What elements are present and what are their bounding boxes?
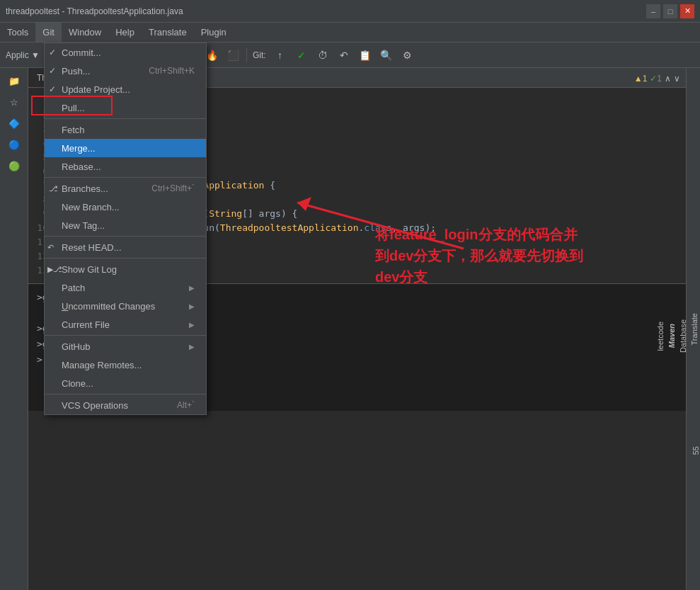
vcs-label: VCS Operations [62,400,128,411]
menu-window[interactable]: Window [62,23,108,42]
fetch-label: Fetch [62,125,85,135]
menu-item-current-file[interactable]: Current File ▶ [45,315,206,334]
menu-item-rebase[interactable]: Rebase... [45,157,206,176]
menu-item-github[interactable]: GitHub ▶ [45,337,206,356]
close-button[interactable]: ✕ [680,4,694,18]
right-sidebar-bottom: 55 [692,446,700,455]
window-controls: – □ ✕ [646,4,694,18]
push-shortcut: Ctrl+Shift+K [149,66,195,76]
run-icon: ▶ [47,265,53,274]
right-tab-maven[interactable]: Maven [666,318,677,353]
git-dropdown-menu: ✓ Commit... ✓ Push... Ctrl+Shift+K ✓ Upd… [44,42,207,415]
right-tab-55[interactable]: 55 [692,446,700,455]
minimize-button[interactable]: – [646,4,660,18]
menu-item-new-branch[interactable]: New Branch... [45,198,206,216]
title-bar: threadpooltest - ThreadpooltestApplicati… [0,0,700,23]
git-log-bar-icon: ⎇ [53,265,62,274]
sidebar-git2-icon[interactable]: 🟢 [2,156,26,176]
commit-checkmark: ✓ [49,47,56,57]
menu-translate[interactable]: Translate [142,23,194,42]
menu-item-fetch[interactable]: Fetch [45,120,206,139]
branches-label: Branches... [62,183,108,194]
uncommitted-label: Uncommitted Changes [62,301,155,312]
github-label: GitHub [62,341,90,352]
git-stash-button[interactable]: 📋 [355,45,375,65]
uncommitted-arrow: ▶ [189,302,195,310]
git-label: Git: [250,50,269,60]
current-file-arrow: ▶ [189,321,195,329]
git-push-button[interactable]: ↑ [270,45,290,65]
menu-tools[interactable]: Tools [0,23,35,42]
menu-item-commit[interactable]: ✓ Commit... [45,43,206,62]
right-tab-translate[interactable]: Translate [689,307,700,351]
merge-label: Merge... [62,143,96,154]
update-label: Update Project... [62,84,130,95]
toolbar-project-dropdown[interactable]: Applic ▼ [3,50,42,60]
clone-label: Clone... [62,378,93,389]
menu-item-git-log[interactable]: ▶ ⎇ Show Git Log [45,260,206,278]
menu-item-push[interactable]: ✓ Push... Ctrl+Shift+K [45,62,206,80]
menu-plugin[interactable]: Plugin [194,23,234,42]
menu-bar: Tools Git Window Help Translate Plugin [0,23,700,42]
window-title: threadpooltest - ThreadpooltestApplicati… [6,6,183,16]
sep-4 [45,258,206,259]
git-undo-button[interactable]: ↶ [334,45,354,65]
sep-3 [45,236,206,237]
menu-git[interactable]: Git [35,23,62,42]
github-arrow: ▶ [189,343,195,351]
push-label: Push... [62,66,90,76]
sep-1 [45,118,206,119]
sidebar-project-icon[interactable]: 📁 [2,71,26,91]
sep-2 [45,177,206,178]
commit-label: Commit... [62,47,101,58]
new-branch-label: New Branch... [62,202,120,212]
vcs-shortcut: Alt+` [177,400,195,410]
menu-item-pull[interactable]: Pull... [45,98,206,117]
right-sidebar: Translate Database Maven leetcode 55 [686,68,700,590]
git-extra-button[interactable]: ⚙ [398,45,418,65]
git-check-button[interactable]: ✓ [292,45,311,65]
menu-item-merge[interactable]: Merge... [45,139,206,157]
sidebar-structure-icon[interactable]: 🔷 [2,113,26,133]
git-history-button[interactable]: ⏱ [313,45,333,65]
branches-icon: ⎇ [49,184,58,193]
update-checkmark: ✓ [49,84,56,94]
push-checkmark: ✓ [49,66,56,76]
patch-label: Patch [62,283,85,293]
git-log-label: Show Git Log [62,264,117,275]
menu-item-branches[interactable]: ⎇ Branches... Ctrl+Shift+` [45,179,206,198]
menu-item-clone[interactable]: Clone... [45,374,206,392]
sep-6 [45,394,206,395]
right-tab-leetcode[interactable]: leetcode [655,316,666,357]
menu-help[interactable]: Help [108,23,142,42]
maximize-button[interactable]: □ [663,4,677,18]
git-search-button[interactable]: 🔍 [377,45,396,65]
toolbar-sep-3 [246,48,247,62]
new-tag-label: New Tag... [62,220,105,231]
branches-shortcut: Ctrl+Shift+` [151,183,195,193]
menu-item-new-tag[interactable]: New Tag... [45,216,206,234]
current-file-label: Current File [62,319,110,330]
reset-icon: ↶ [47,243,54,252]
menu-item-patch[interactable]: Patch ▶ [45,278,206,297]
manage-remotes-label: Manage Remotes... [62,360,142,370]
sidebar-fav-icon[interactable]: ☆ [2,92,26,112]
sep-5 [45,335,206,336]
right-tab-database[interactable]: Database [677,314,689,358]
rebase-label: Rebase... [62,161,101,172]
patch-arrow: ▶ [189,284,195,292]
pull-label: Pull... [62,103,85,113]
sidebar-git-icon[interactable]: 🔵 [2,135,26,154]
menu-item-reset-head[interactable]: ↶ Reset HEAD... [45,238,206,256]
left-sidebar: 📁 ☆ 🔷 🔵 🟢 [0,68,28,590]
reset-head-label: Reset HEAD... [62,242,122,253]
gutter-indicator: ▲1 ✓1 ∧ ∨ [634,74,680,84]
menu-item-vcs[interactable]: VCS Operations Alt+` [45,396,206,414]
terminal-cursor: > [37,354,42,365]
menu-item-update[interactable]: ✓ Update Project... [45,80,206,98]
menu-item-uncommitted[interactable]: Uncommitted Changes ▶ [45,297,206,315]
menu-item-manage-remotes[interactable]: Manage Remotes... [45,356,206,374]
stop-button[interactable]: ⬛ [224,45,243,65]
